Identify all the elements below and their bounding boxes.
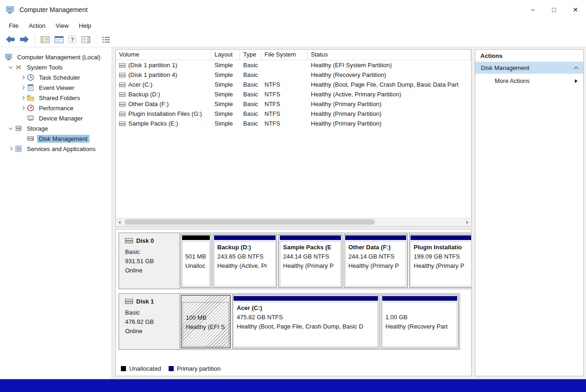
column-header-file-system[interactable]: File System xyxy=(261,50,308,60)
volume-status: Healthy (Primary Partition) xyxy=(308,120,471,127)
menu-help[interactable]: Help xyxy=(74,21,96,31)
tree-item-performance[interactable]: Performance xyxy=(0,103,112,113)
disk-0-partitions: 501 MB Unalloc Backup (D:) 243.65 GB NTF… xyxy=(180,233,472,289)
column-header-volume[interactable]: Volume xyxy=(116,50,211,60)
table-row[interactable]: Backup (D:) Simple Basic NTFS Healthy (A… xyxy=(116,89,471,99)
chevron-right-icon[interactable] xyxy=(19,86,26,89)
tree-item-shared-folders[interactable]: Shared Folders xyxy=(0,93,112,103)
tree-item-device-manager[interactable]: Device Manager xyxy=(0,113,112,123)
volume-status: Healthy (EFI System Partition) xyxy=(308,62,471,69)
actions-group-disk-management[interactable]: Disk Management xyxy=(475,62,583,74)
partition-recovery[interactable]: 1.00 GB Healthy (Recovery Part xyxy=(381,295,459,348)
maximize-button[interactable]: □ xyxy=(543,0,565,19)
tree-item-disk-management[interactable]: Disk Management xyxy=(0,133,112,144)
partition-unallocated[interactable]: 501 MB Unalloc xyxy=(181,234,211,288)
menu-action[interactable]: Action xyxy=(24,21,50,31)
disk-0-label[interactable]: Disk 0 Basic 931.51 GB Online xyxy=(119,233,180,289)
shared-folder-icon xyxy=(26,94,34,101)
volume-type: Basic xyxy=(240,120,261,127)
chevron-right-icon[interactable] xyxy=(19,107,26,109)
table-row[interactable]: Other Data (F:) Simple Basic NTFS Health… xyxy=(116,99,471,109)
partition-backup-d[interactable]: Backup (D:) 243.65 GB NTFS Healthy (Acti… xyxy=(213,234,277,288)
tree-item-storage[interactable]: Storage xyxy=(0,123,112,133)
tree-item-label: Event Viewer xyxy=(37,84,76,92)
partition-other-data-f[interactable]: Other Data (F:) 244.14 GB NTFS Healthy (… xyxy=(344,234,408,288)
volume-icon xyxy=(119,73,126,77)
performance-monitor-icon xyxy=(26,104,34,112)
volume-type: Basic xyxy=(240,91,261,98)
tree-item-computer-management[interactable]: Computer Management (Local) xyxy=(0,52,112,62)
horizontal-scrollbar-thumb[interactable] xyxy=(125,219,375,225)
volume-icon xyxy=(119,121,126,126)
chevron-right-icon[interactable] xyxy=(19,76,26,79)
computer-icon xyxy=(5,53,13,61)
volume-icon xyxy=(119,63,126,68)
menu-view[interactable]: View xyxy=(50,21,74,31)
window-controls: − □ ✕ xyxy=(522,0,586,19)
services-icon xyxy=(14,145,22,152)
disk-status: Online xyxy=(125,327,176,336)
disk-management-icon xyxy=(26,135,34,142)
partition-acer-c[interactable]: Acer (C:) 475.82 GB NTFS Healthy (Boot, … xyxy=(232,295,379,348)
volume-layout: Simple xyxy=(211,71,240,78)
table-row[interactable]: Sample Packs (E:) Simple Basic NTFS Heal… xyxy=(116,119,471,128)
help-icon[interactable]: ? xyxy=(68,35,77,44)
tree-item-services-and-applications[interactable]: Services and Applications xyxy=(0,144,112,154)
system-tools-icon xyxy=(14,63,22,71)
volume-fs: NTFS xyxy=(261,81,308,88)
chevron-right-icon[interactable] xyxy=(19,96,26,99)
minimize-button[interactable]: − xyxy=(522,0,543,19)
main-area: Computer Management (Local) System Tools… xyxy=(0,47,586,379)
tree-item-task-scheduler[interactable]: Task Scheduler xyxy=(0,72,112,82)
forward-icon[interactable] xyxy=(19,35,30,44)
volume-layout: Simple xyxy=(211,62,240,69)
volume-name: Acer (C:) xyxy=(128,81,152,88)
disk-size: 476.92 GB xyxy=(125,317,176,327)
back-icon[interactable] xyxy=(5,35,16,44)
column-header-status[interactable]: Status xyxy=(308,50,471,60)
more-actions-item[interactable]: More Actions xyxy=(475,74,583,88)
actions-pane: Actions Disk Management More Actions xyxy=(475,49,584,376)
chevron-right-icon[interactable] xyxy=(6,147,14,150)
legend-item-primary-partition: Primary partition xyxy=(169,365,221,372)
disk-type: Basic xyxy=(125,247,176,257)
volume-layout: Simple xyxy=(211,91,240,98)
partition-efi-system-selected[interactable]: 100 MB Healthy (EFI S xyxy=(181,295,231,348)
volume-name: Backup (D:) xyxy=(128,91,160,98)
partition-sample-packs-e[interactable]: Sample Packs (E 244.14 GB NTFS Healthy (… xyxy=(278,234,342,288)
toolbar-separator xyxy=(96,35,96,44)
pane-splitter[interactable] xyxy=(112,47,115,379)
volume-status: Healthy (Boot, Page File, Crash Dump, Ba… xyxy=(308,81,471,88)
desktop-background: Computer Management − □ ✕ File Action Vi… xyxy=(0,0,586,392)
partition-plugin-installation-g[interactable]: Plugin Installatio 199.09 GB NTFS Health… xyxy=(409,234,472,288)
chevron-down-icon[interactable] xyxy=(6,127,14,129)
tree-item-event-viewer[interactable]: Event Viewer xyxy=(0,82,112,93)
disk-1-label[interactable]: Disk 1 Basic 476.92 GB Online xyxy=(119,293,180,350)
column-header-type[interactable]: Type xyxy=(240,50,261,60)
collapse-chevron-icon[interactable] xyxy=(574,67,579,71)
tree-item-system-tools[interactable]: System Tools xyxy=(0,62,112,72)
close-button[interactable]: ✕ xyxy=(565,0,586,19)
horizontal-scrollbar[interactable] xyxy=(116,218,471,226)
toolbar: ? xyxy=(0,32,586,47)
tree-item-label: Task Scheduler xyxy=(37,74,82,82)
volume-type: Basic xyxy=(240,71,261,78)
properties-icon[interactable] xyxy=(54,35,64,44)
volume-type: Basic xyxy=(240,110,261,117)
show-hide-console-tree-icon[interactable] xyxy=(40,35,50,44)
volume-status: Healthy (Active, Primary Partition) xyxy=(308,91,471,98)
scroll-right-arrow-icon[interactable] xyxy=(466,221,468,224)
table-row[interactable]: Acer (C:) Simple Basic NTFS Healthy (Boo… xyxy=(116,80,471,89)
table-row[interactable]: (Disk 1 partition 4) Simple Basic Health… xyxy=(116,70,471,80)
event-log-icon xyxy=(26,84,34,91)
column-header-layout[interactable]: Layout xyxy=(211,50,240,60)
list-view-icon[interactable] xyxy=(101,35,111,44)
menu-file[interactable]: File xyxy=(4,21,24,31)
graphical-view: Disk 0 Basic 931.51 GB Online 5 xyxy=(115,229,472,376)
scroll-left-arrow-icon[interactable] xyxy=(119,221,120,224)
show-hide-action-pane-icon[interactable] xyxy=(81,35,91,44)
table-row[interactable]: (Disk 1 partition 1) Simple Basic Health… xyxy=(116,60,471,70)
volume-name: Other Data (F:) xyxy=(128,101,169,107)
table-row[interactable]: Plugin Installation Files (G:) Simple Ba… xyxy=(116,109,471,119)
chevron-down-icon[interactable] xyxy=(6,66,14,68)
